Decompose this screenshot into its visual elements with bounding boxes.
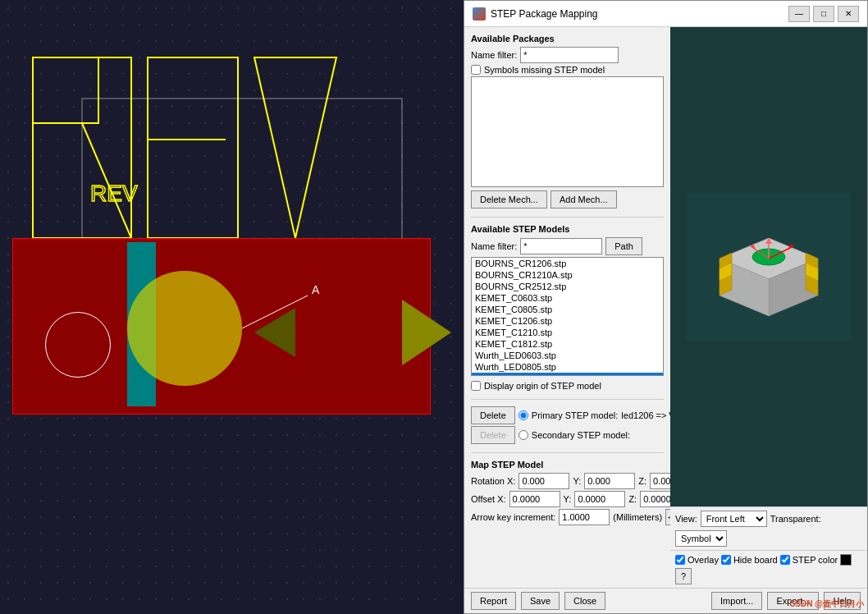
step-model-item[interactable]: KEMET_C0603.stp [472,292,663,304]
import-button[interactable]: Import... [711,592,762,610]
view-select[interactable]: Front Left Front Right Back Left Top [701,511,767,527]
minimize-button[interactable]: — [788,6,810,22]
step-model-item[interactable]: BOURNS_CR1206.stp [472,258,663,269]
step-model-item[interactable]: Wurth_LED1206.stp [472,373,663,376]
rotation-y-input[interactable] [584,473,635,489]
svg-line-8 [242,296,308,328]
step-package-mapping-dialog: STEP Package Mapping — □ ✕ Available Pac… [464,0,868,614]
path-button[interactable]: Path [605,237,642,255]
preview-area [670,27,867,506]
pcb-annotations: A [12,238,431,419]
display-origin-label: Display origin of STEP model [484,381,601,391]
step-color-swatch[interactable] [840,554,852,566]
overlay-label: Overlay [688,555,719,565]
hide-board-checkbox[interactable] [721,555,731,565]
rotation-z-input[interactable] [650,473,670,489]
secondary-radio[interactable] [519,430,528,440]
transparent-select[interactable]: Symbol None Full [675,530,727,547]
close-button[interactable]: ✕ [838,6,859,22]
close-dialog-button[interactable]: Close [564,592,605,610]
step-model-item[interactable]: KEMET_C0805.stp [472,304,663,315]
maximize-button[interactable]: □ [813,6,834,22]
svg-marker-5 [254,57,336,238]
dialog-right-panel: View: Front Left Front Right Back Left T… [670,27,867,588]
rotation-x-label: Rotation X: [471,476,515,486]
watermark: CSDN @壶中日月小 [789,598,864,610]
available-packages-section: Available Packages Name filter: Symbols … [471,34,664,210]
titlebar-controls: — □ ✕ [788,6,859,22]
save-button[interactable]: Save [521,592,560,610]
packages-name-filter-label: Name filter: [471,50,517,60]
symbols-missing-label: Symbols missing STEP model [484,65,605,75]
report-button[interactable]: Report [471,592,516,610]
step-model-item[interactable]: BOURNS_CR1210A.stp [472,269,663,281]
dialog-titlebar: STEP Package Mapping — □ ✕ [464,1,867,27]
step-model-item[interactable]: KEMET_C1812.stp [472,338,663,350]
display-origin-row: Display origin of STEP model [471,381,664,391]
offset-z-label: Z: [628,494,637,504]
divider-2 [471,399,664,400]
available-packages-label: Available Packages [471,34,664,44]
step-models-listbox[interactable]: BOURNS_CR1206.stpBOURNS_CR1210A.stpBOURN… [471,257,664,376]
pcb-canvas: REV A [0,0,464,614]
model-actions-section: Delete Primary STEP model: led1206 => Wu… [471,406,664,446]
step-name-filter-label: Name filter: [471,241,517,251]
step-model-item[interactable]: Wurth_LED0805.stp [472,361,663,373]
map-step-label: Map STEP Model [471,460,664,470]
map-step-section: Map STEP Model Rotation X: Y: Z: (Degree… [471,460,664,527]
offset-z-input[interactable] [640,491,670,507]
step-model-item[interactable]: Wurth_LED0603.stp [472,350,663,361]
delete-secondary-button[interactable]: Delete [471,426,515,444]
offset-x-input[interactable] [509,491,560,507]
step-model-item[interactable]: KEMET_C1206.stp [472,315,663,327]
preview-controls: View: Front Left Front Right Back Left T… [670,506,867,550]
packages-name-filter-input[interactable] [520,47,619,63]
svg-rect-1 [33,57,98,123]
offset-y-label: Y: [564,494,572,504]
svg-rect-3 [148,57,238,238]
led-3d-preview [687,193,851,341]
title-left: STEP Package Mapping [473,7,598,21]
svg-rect-6 [82,99,402,246]
step-color-checkbox[interactable] [780,555,790,565]
rotation-z-label: Z: [638,476,646,486]
rev-text-svg: REV [25,49,451,263]
view-label: View: [675,514,697,524]
divider-1 [471,217,664,218]
divider-3 [471,452,664,453]
display-origin-checkbox[interactable] [471,381,481,391]
arrow-key-input[interactable] [559,509,610,525]
primary-model-label: Primary STEP model: [532,410,619,420]
symbols-missing-checkbox[interactable] [471,65,481,75]
dialog-icon [473,7,486,21]
offset-y-input[interactable] [574,491,625,507]
svg-text:REV: REV [90,181,138,206]
add-mech-button[interactable]: Add Mech... [550,190,617,208]
available-step-models-section: Available STEP Models Name filter: Path … [471,224,664,376]
dialog-body: Available Packages Name filter: Symbols … [464,27,867,588]
dialog-title: STEP Package Mapping [491,8,598,20]
overlay-checkbox[interactable] [675,555,685,565]
step-model-item[interactable]: BOURNS_CR2512.stp [472,281,663,292]
offset-x-label: Offset X: [471,494,506,504]
rotation-x-input[interactable] [519,473,569,489]
svg-text:A: A [312,283,320,296]
preview-help-button[interactable]: ? [675,568,692,584]
hide-board-label: Hide board [733,555,778,565]
step-color-label: STEP color [793,555,838,565]
step-name-filter-input[interactable] [520,238,602,254]
secondary-model-label: Secondary STEP model: [532,430,630,440]
delete-mech-button[interactable]: Delete Mech... [471,190,547,208]
arrow-key-units-label: (Millimeters) [613,512,662,522]
primary-mapping-text: led1206 => Wurth_LED1206.stp [621,410,670,420]
delete-primary-button[interactable]: Delete [471,406,515,424]
primary-radio[interactable] [519,410,528,420]
arrow-key-label: Arrow key increment: [471,512,555,522]
step-model-item[interactable]: KEMET_C1210.stp [472,327,663,338]
preview-overlay-controls: Overlay Hide board STEP color ? [670,550,867,588]
transparent-label: Transparent: [770,514,821,524]
packages-listbox[interactable] [471,76,664,187]
rotation-y-label: Y: [573,476,581,486]
step-models-label: Available STEP Models [471,224,664,234]
dialog-left-panel: Available Packages Name filter: Symbols … [464,27,670,588]
